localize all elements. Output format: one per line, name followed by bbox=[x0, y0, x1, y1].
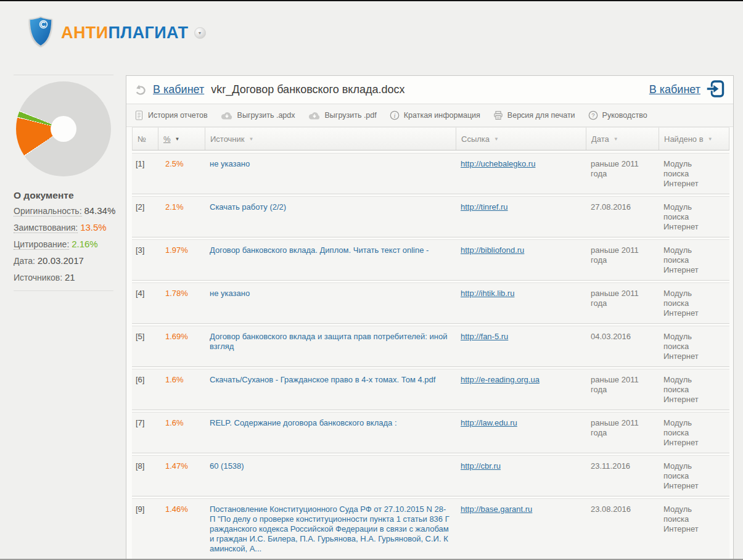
row-date: раньше 2011 года bbox=[586, 154, 659, 194]
table-row: [8]1.47%60 (1538)http://cbr.ru23.11.2016… bbox=[132, 455, 729, 496]
cloud-download-icon bbox=[221, 111, 233, 120]
row-source-link[interactable]: http://tinref.ru bbox=[461, 202, 508, 212]
row-percent: 1.46% bbox=[158, 499, 205, 559]
report-panel: В кабинет vkr_Договор банковского вклада… bbox=[126, 75, 734, 560]
back-arrow-icon[interactable] bbox=[134, 84, 147, 96]
sort-arrow-icon[interactable]: ▼ bbox=[494, 136, 499, 142]
app-logo: АНТИПЛАГИАТ ▼ bbox=[28, 16, 206, 49]
toolbar-item-download-apdx[interactable]: Выгрузить .apdx bbox=[221, 111, 295, 120]
column-header-num: № bbox=[133, 128, 158, 150]
row-source[interactable]: Постановление Конституционного Суда РФ о… bbox=[205, 499, 456, 559]
row-source[interactable]: Договор банковского вклада и защита прав… bbox=[205, 326, 456, 366]
stat-value: 21 bbox=[65, 272, 75, 282]
stat-originality: Оригинальность: 84.34% bbox=[14, 206, 115, 216]
row-source[interactable]: Договор банковского вклада. Диплом. Чита… bbox=[205, 240, 456, 280]
window-top-border bbox=[0, 0, 743, 1]
row-link-cell: http://e-reading.org.ua bbox=[456, 369, 586, 410]
row-source[interactable]: 60 (1538) bbox=[205, 456, 456, 496]
row-number: [1] bbox=[132, 154, 158, 194]
back-to-cabinet-link[interactable]: В кабинет bbox=[153, 83, 204, 96]
about-document-heading: О документе bbox=[14, 190, 74, 201]
brand-wordmark: АНТИПЛАГИАТ bbox=[61, 23, 189, 43]
row-percent: 1.69% bbox=[158, 326, 205, 366]
toolbar-item-download-pdf[interactable]: Выгрузить .pdf bbox=[308, 111, 377, 120]
row-source-link[interactable]: http://ihtik.lib.ru bbox=[461, 289, 514, 298]
row-date: раньше 2011 года bbox=[586, 413, 659, 453]
row-source[interactable]: не указано bbox=[205, 154, 456, 194]
table-row: [1]2.5%не указаноhttp://uchebalegko.ruра… bbox=[132, 153, 729, 194]
column-header-link[interactable]: Ссылка▼ bbox=[456, 128, 586, 150]
row-percent: 1.47% bbox=[158, 456, 205, 496]
info-icon: i bbox=[390, 110, 400, 120]
sort-arrow-icon[interactable]: ▼ bbox=[708, 136, 713, 142]
stat-label[interactable]: Заимствования: bbox=[14, 223, 78, 233]
toolbar: История отчетовВыгрузить .apdxВыгрузить … bbox=[126, 104, 733, 127]
column-header-found_in[interactable]: Найдено в▼ bbox=[659, 128, 729, 150]
sidebar-divider-top bbox=[14, 75, 113, 75]
row-date: 23.11.2016 bbox=[586, 456, 659, 496]
svg-text:?: ? bbox=[591, 112, 594, 118]
sidebar-divider-bottom bbox=[14, 290, 113, 291]
toolbar-item-label: Краткая информация bbox=[404, 111, 480, 120]
sort-arrow-icon[interactable]: ▼ bbox=[614, 136, 618, 142]
stat-value: 20.03.2017 bbox=[38, 255, 84, 266]
stat-label: Дата: bbox=[14, 256, 35, 266]
row-date: раньше 2011 года bbox=[586, 240, 659, 280]
stat-label[interactable]: Цитирование: bbox=[14, 239, 69, 250]
row-source-link[interactable]: http://e-reading.org.ua bbox=[461, 375, 540, 384]
column-header-percent[interactable]: %▼ bbox=[158, 128, 205, 150]
row-source[interactable]: Скачать работу (2/2) bbox=[205, 197, 456, 237]
row-number: [2] bbox=[132, 197, 158, 237]
row-found-in: Модуль поиска Интернет bbox=[659, 413, 729, 453]
go-to-cabinet-link[interactable]: В кабинет bbox=[649, 83, 700, 96]
row-source[interactable]: Скачать/Суханов - Гражданское право в 4-… bbox=[205, 369, 456, 410]
row-source-link[interactable]: http://uchebalegko.ru bbox=[461, 159, 535, 168]
row-percent: 1.6% bbox=[158, 369, 205, 410]
column-label: Ссылка bbox=[461, 134, 490, 144]
row-source-link[interactable]: http://cbr.ru bbox=[461, 461, 501, 471]
row-source-link[interactable]: http://base.garant.ru bbox=[461, 504, 532, 514]
stat-label: Источников: bbox=[14, 273, 62, 282]
originality-donut-chart bbox=[16, 81, 111, 176]
toolbar-item-guide[interactable]: ?Руководство bbox=[588, 110, 647, 120]
column-label: Дата bbox=[591, 134, 609, 144]
toolbar-item-print-version[interactable]: Версия для печати bbox=[493, 110, 575, 120]
row-link-cell: http://fan-5.ru bbox=[456, 326, 586, 366]
row-link-cell: http://uchebalegko.ru bbox=[456, 154, 586, 194]
chevron-down-icon: ▼ bbox=[198, 31, 202, 35]
row-source-link[interactable]: http://bibliofond.ru bbox=[461, 245, 524, 255]
row-source[interactable]: не указано bbox=[205, 283, 456, 323]
row-number: [9] bbox=[132, 499, 158, 559]
document-icon bbox=[134, 110, 144, 120]
column-header-date[interactable]: Дата▼ bbox=[586, 128, 659, 150]
row-source-link[interactable]: http://law.edu.ru bbox=[461, 418, 517, 427]
stat-date: Дата: 20.03.2017 bbox=[14, 256, 115, 266]
stat-value: 84.34% bbox=[84, 205, 115, 216]
row-found-in: Модуль поиска Интернет bbox=[659, 326, 729, 366]
row-percent: 2.5% bbox=[158, 154, 205, 194]
row-date: 04.03.2016 bbox=[586, 326, 659, 366]
logo-dropdown-button[interactable]: ▼ bbox=[194, 27, 206, 39]
row-number: [5] bbox=[132, 326, 158, 366]
toolbar-item-report-history[interactable]: История отчетов bbox=[134, 110, 208, 120]
toolbar-item-label: Руководство bbox=[602, 111, 647, 120]
exit-to-cabinet-icon[interactable] bbox=[705, 80, 725, 100]
column-label: Найдено в bbox=[664, 134, 704, 144]
brand-anti: АНТИ bbox=[61, 23, 109, 42]
row-number: [8] bbox=[132, 456, 158, 496]
toolbar-item-brief-info[interactable]: iКраткая информация bbox=[390, 110, 480, 120]
column-header-source[interactable]: Источник▼ bbox=[205, 128, 456, 150]
row-found-in: Модуль поиска Интернет bbox=[659, 283, 729, 323]
sort-arrow-icon[interactable]: ▼ bbox=[249, 136, 254, 142]
row-percent: 1.78% bbox=[158, 283, 205, 323]
stat-label[interactable]: Оригинальность: bbox=[14, 206, 82, 216]
row-link-cell: http://law.edu.ru bbox=[456, 413, 586, 453]
row-found-in: Модуль поиска Интернет bbox=[659, 369, 729, 410]
sort-arrow-icon[interactable]: ▼ bbox=[175, 136, 180, 142]
toolbar-item-label: Версия для печати bbox=[507, 111, 575, 120]
row-source[interactable]: RELP. Содержание договора банковского вк… bbox=[205, 413, 456, 453]
brand-plagiat: ПЛАГИАТ bbox=[109, 23, 189, 42]
table-row: [4]1.78%не указаноhttp://ihtik.lib.ruран… bbox=[132, 282, 729, 324]
row-date: 23.08.2016 bbox=[586, 499, 659, 559]
row-source-link[interactable]: http://fan-5.ru bbox=[461, 332, 508, 341]
